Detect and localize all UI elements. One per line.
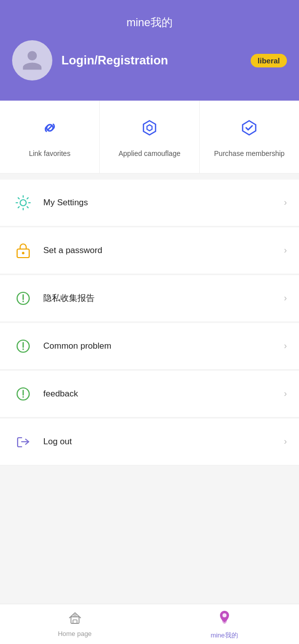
menu-item-feedback[interactable]: feedback › xyxy=(0,371,299,418)
svg-point-11 xyxy=(23,396,24,397)
feedback-icon xyxy=(12,383,34,405)
menu-list: My Settings › Set a password › 隐私收集报告 › xyxy=(0,180,299,465)
chevron-right-icon: › xyxy=(284,341,287,351)
privacy-icon xyxy=(12,287,34,309)
password-icon xyxy=(12,239,34,262)
chevron-right-icon: › xyxy=(284,293,287,303)
common-problem-label: Common problem xyxy=(43,341,284,351)
user-row: Login/Registration liberal xyxy=(0,40,299,86)
menu-item-logout[interactable]: Log out › xyxy=(0,419,299,465)
applied-camouflage-label: Applied camouflage xyxy=(119,149,181,159)
camouflage-icon xyxy=(137,116,162,142)
mine-nav-label: mine我的 xyxy=(210,631,238,640)
purchase-membership-label: Purchase membership xyxy=(214,149,284,159)
chevron-right-icon: › xyxy=(284,436,287,447)
svg-point-8 xyxy=(23,348,24,350)
membership-icon xyxy=(237,116,261,142)
home-icon xyxy=(67,611,83,628)
svg-point-16 xyxy=(222,613,227,617)
feedback-label: feedback xyxy=(43,389,284,399)
help-icon xyxy=(12,335,34,357)
chevron-right-icon: › xyxy=(284,245,287,256)
chevron-right-icon: › xyxy=(284,197,287,208)
avatar[interactable] xyxy=(12,40,52,80)
page-title: mine我的 xyxy=(0,0,299,40)
membership-badge: liberal xyxy=(251,54,287,67)
quick-link-membership[interactable]: Purchase membership xyxy=(200,101,299,173)
header: mine我的 Login/Registration liberal xyxy=(0,0,299,101)
svg-point-2 xyxy=(22,252,25,254)
privacy-label: 隐私收集报告 xyxy=(43,292,284,304)
settings-label: My Settings xyxy=(43,198,284,208)
home-nav-label: Home page xyxy=(58,630,92,637)
svg-point-15 xyxy=(74,615,76,617)
link-favorites-label: Link favorites xyxy=(29,149,70,159)
quick-links-row: Link favorites Applied camouflage Purcha… xyxy=(0,101,299,174)
menu-item-privacy[interactable]: 隐私收集报告 › xyxy=(0,275,299,322)
quick-link-camouflage[interactable]: Applied camouflage xyxy=(100,101,199,173)
chevron-right-icon: › xyxy=(284,388,287,399)
settings-icon xyxy=(12,192,34,214)
svg-point-0 xyxy=(20,200,26,206)
password-label: Set a password xyxy=(43,246,284,256)
menu-item-password[interactable]: Set a password › xyxy=(0,227,299,274)
svg-point-5 xyxy=(23,300,24,302)
mine-icon xyxy=(215,609,234,629)
menu-item-settings[interactable]: My Settings › xyxy=(0,180,299,226)
user-info: Login/Registration xyxy=(12,40,168,80)
bottom-nav: Home page mine我的 xyxy=(0,604,299,644)
nav-mine[interactable]: mine我的 xyxy=(150,604,299,644)
avatar-icon xyxy=(21,49,44,72)
nav-home[interactable]: Home page xyxy=(0,604,150,644)
link-icon xyxy=(38,116,62,142)
menu-item-common-problem[interactable]: Common problem › xyxy=(0,323,299,370)
logout-label: Log out xyxy=(43,437,284,447)
quick-link-favorites[interactable]: Link favorites xyxy=(0,101,100,173)
svg-rect-14 xyxy=(73,620,77,623)
logout-icon xyxy=(12,431,34,453)
login-registration-label[interactable]: Login/Registration xyxy=(61,53,168,67)
